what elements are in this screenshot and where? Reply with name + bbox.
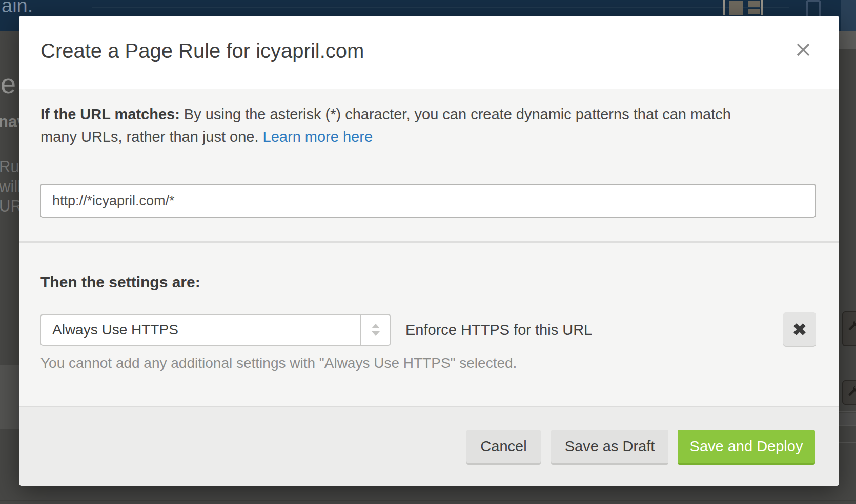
save-and-deploy-button[interactable]: Save and Deploy — [678, 430, 815, 463]
icon-bar — [748, 9, 760, 14]
url-match-description: If the URL matches: By using the asteris… — [40, 103, 763, 148]
down-triangle-icon — [372, 331, 380, 336]
settings-heading: Then the settings are: — [40, 274, 200, 291]
section-divider — [19, 241, 839, 243]
modal-header: Create a Page Rule for icyapril.com — [19, 16, 839, 89]
setting-select[interactable]: Always Use HTTPS — [40, 314, 391, 346]
dimmed-navbar-text-fragment: ain. — [2, 0, 33, 17]
learn-more-link[interactable]: Learn more here — [263, 129, 373, 145]
close-icon[interactable] — [794, 40, 814, 61]
create-page-rule-modal: Create a Page Rule for icyapril.com If t… — [19, 16, 839, 486]
modal-title: Create a Page Rule for icyapril.com — [40, 39, 364, 62]
up-triangle-icon — [372, 324, 380, 328]
dimmed-row-seam — [839, 442, 856, 443]
setting-note: You cannot add any additional settings w… — [40, 355, 517, 371]
dimmed-right-block — [839, 31, 856, 49]
dimmed-row-block — [839, 413, 856, 425]
icon-bar — [748, 1, 760, 7]
icon-edge — [723, 0, 725, 15]
heavy-x-icon — [792, 322, 807, 337]
wrench-icon — [847, 320, 856, 333]
dimmed-wrench-button — [842, 380, 856, 405]
wrench-icon — [847, 385, 856, 398]
dimmed-cards-view-icon — [720, 0, 764, 15]
save-as-draft-button[interactable]: Save as Draft — [551, 430, 668, 463]
setting-description: Enforce HTTPS for this URL — [405, 314, 592, 346]
select-spinner-icon[interactable] — [360, 315, 390, 345]
dimmed-left-row-block — [0, 365, 19, 429]
dimmed-right-top-block — [841, 0, 856, 31]
icon-edge — [761, 0, 763, 15]
url-pattern-input[interactable] — [40, 184, 816, 218]
icon-square — [729, 1, 743, 15]
navbar-seam — [92, 7, 789, 8]
setting-select-value: Always Use HTTPS — [52, 315, 178, 345]
dimmed-bottom-seam — [0, 500, 856, 501]
remove-setting-button[interactable] — [783, 312, 816, 346]
dimmed-page-text-fragment: e — [1, 68, 16, 99]
dimmed-row-seam — [839, 411, 856, 412]
dimmed-row-seam — [839, 425, 856, 426]
cancel-button[interactable]: Cancel — [466, 430, 541, 463]
url-match-label: If the URL matches: — [40, 106, 180, 122]
modal-footer: Cancel Save as Draft Save and Deploy — [19, 406, 839, 486]
dimmed-wrench-button — [842, 311, 856, 346]
dimmed-page-text-fragment: will — [0, 178, 21, 196]
dimmed-page-text-fragment: Ru — [0, 158, 19, 176]
